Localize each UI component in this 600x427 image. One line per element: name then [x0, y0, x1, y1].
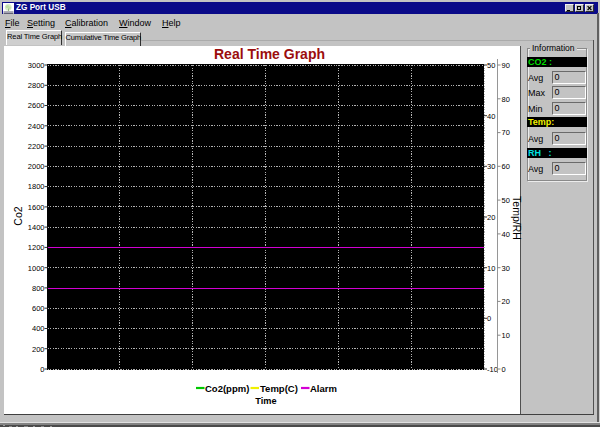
svg-text:0: 0 — [40, 365, 44, 374]
svg-text:-10: -10 — [487, 365, 498, 374]
svg-text:0: 0 — [487, 314, 491, 323]
svg-text:70: 70 — [502, 128, 510, 137]
svg-text:0: 0 — [502, 365, 506, 374]
svg-text:Co2: Co2 — [12, 206, 24, 225]
svg-text:2000: 2000 — [28, 162, 45, 171]
svg-text:1400: 1400 — [28, 223, 45, 232]
svg-text:2400: 2400 — [28, 122, 45, 131]
svg-text:600: 600 — [32, 304, 45, 313]
svg-text:10: 10 — [502, 331, 510, 340]
svg-text:20: 20 — [502, 297, 510, 306]
svg-text:50: 50 — [487, 61, 495, 70]
svg-text:30: 30 — [487, 162, 495, 171]
svg-text:60: 60 — [502, 162, 510, 171]
svg-text:2800: 2800 — [28, 81, 45, 90]
svg-text:1800: 1800 — [28, 182, 45, 191]
svg-text:Temp/RH: Temp/RH — [511, 196, 523, 240]
svg-text:Co2(ppm): Co2(ppm) — [205, 383, 249, 394]
svg-text:Time: Time — [255, 396, 276, 406]
svg-text:800: 800 — [32, 284, 45, 293]
svg-text:1200: 1200 — [28, 243, 45, 252]
svg-text:80: 80 — [502, 95, 510, 104]
svg-text:Temp(C): Temp(C) — [260, 383, 298, 394]
svg-text:10: 10 — [487, 264, 495, 273]
svg-text:90: 90 — [502, 61, 510, 70]
svg-text:2600: 2600 — [28, 101, 45, 110]
svg-text:1000: 1000 — [28, 264, 45, 273]
svg-text:400: 400 — [32, 324, 45, 333]
svg-text:2200: 2200 — [28, 142, 45, 151]
svg-text:20: 20 — [487, 213, 495, 222]
svg-text:40: 40 — [487, 112, 495, 121]
svg-text:50: 50 — [502, 196, 510, 205]
svg-text:200: 200 — [32, 345, 45, 354]
svg-text:Real Time Graph: Real Time Graph — [214, 46, 325, 62]
svg-text:Alarm: Alarm — [310, 383, 337, 394]
svg-text:3000: 3000 — [28, 61, 45, 70]
svg-text:40: 40 — [502, 230, 510, 239]
svg-text:30: 30 — [502, 264, 510, 273]
svg-text:1600: 1600 — [28, 203, 45, 212]
